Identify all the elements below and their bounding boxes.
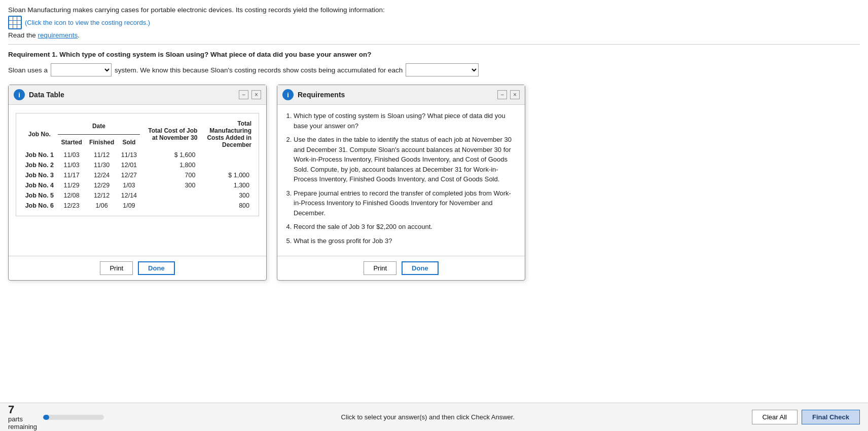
cell-cost-nov: 700: [140, 170, 199, 180]
requirements-list: Which type of costing system is Sloan us…: [284, 111, 518, 246]
cell-cost-dec: 300: [199, 190, 254, 201]
col-sold: Sold: [118, 134, 140, 150]
requirements-minimize-button[interactable]: −: [497, 90, 507, 99]
requirements-dialog: i Requirements − × Which type of costing…: [277, 85, 525, 281]
data-table-header: i Data Table − ×: [9, 85, 266, 105]
cell-finished: 12/24: [86, 170, 118, 180]
cell-job: Job No. 3: [21, 170, 58, 180]
requirements-body: Which type of costing system is Sloan us…: [277, 105, 525, 256]
cell-cost-nov: 300: [140, 180, 199, 190]
requirements-title: Requirements: [298, 91, 493, 99]
data-table-done-button[interactable]: Done: [138, 261, 175, 275]
cell-job: Job No. 1: [21, 150, 58, 160]
grid-icon[interactable]: [8, 16, 22, 29]
system-type-dropdown[interactable]: job order process: [51, 63, 112, 76]
cell-sold: 11/13: [118, 150, 140, 160]
cell-sold: 1/03: [118, 180, 140, 190]
cell-job: Job No. 5: [21, 190, 58, 201]
table-row: Job No. 2 11/03 11/30 12/01 1,800: [21, 160, 254, 170]
instruction-text: Click to select your answer(s) and then …: [341, 413, 515, 421]
col-cost-nov: Total Cost of Jobat November 30: [140, 119, 199, 150]
data-table-body: Job No. Date Total Cost of Jobat Novembe…: [9, 105, 266, 256]
list-item: Prepare journal entries to record the tr…: [294, 188, 518, 218]
table-row: Job No. 4 11/29 12/29 1/03 300 1,300: [21, 180, 254, 190]
requirements-info-icon: i: [282, 89, 294, 100]
requirements-print-button[interactable]: Print: [364, 261, 396, 275]
divider: [8, 44, 860, 45]
cell-job: Job No. 6: [21, 201, 58, 211]
intro-text: Sloan Manufacturing makes carrying cases…: [8, 6, 860, 14]
cell-cost-dec: $ 1,000: [199, 170, 254, 180]
cell-cost-nov: $ 1,600: [140, 150, 199, 160]
read-req-prefix: Read the: [8, 31, 36, 39]
cell-started: 11/17: [58, 170, 86, 180]
data-table-controls: − ×: [239, 90, 261, 99]
data-table-dialog: i Data Table − × Job No. Date Total Cost…: [8, 85, 267, 281]
col-job-no: Job No.: [21, 119, 58, 150]
answer-prefix: Sloan uses a: [8, 66, 48, 74]
cell-cost-dec: 800: [199, 201, 254, 211]
cell-job: Job No. 2: [21, 160, 58, 170]
progress-bar-fill: [43, 415, 49, 420]
cell-sold: 1/09: [118, 201, 140, 211]
main-content: Sloan Manufacturing makes carrying cases…: [0, 0, 868, 405]
list-item: Which type of costing system is Sloan us…: [294, 111, 518, 131]
parts-remaining: 7 partsremaining: [8, 404, 37, 430]
cell-finished: 11/30: [86, 160, 118, 170]
requirements-link[interactable]: requirements: [38, 31, 78, 39]
list-item: Use the dates in the table to identify t…: [294, 135, 518, 184]
cell-job: Job No. 4: [21, 180, 58, 190]
data-table-wrapper: Job No. Date Total Cost of Jobat Novembe…: [16, 113, 259, 216]
requirements-controls: − ×: [497, 90, 520, 99]
requirements-close-button[interactable]: ×: [510, 90, 520, 99]
parts-label: partsremaining: [8, 415, 37, 430]
data-table-minimize-button[interactable]: −: [239, 90, 248, 99]
cell-started: 12/23: [58, 201, 86, 211]
table-row: Job No. 3 11/17 12/24 12/27 700 $ 1,000: [21, 170, 254, 180]
dialogs-row: i Data Table − × Job No. Date Total Cost…: [8, 85, 860, 281]
cell-sold: 12/27: [118, 170, 140, 180]
data-table-footer: Print Done: [9, 256, 266, 280]
cell-cost-nov: [140, 190, 199, 201]
list-item: What is the gross profit for Job 3?: [294, 236, 518, 246]
list-item: Record the sale of Job 3 for $2,200 on a…: [294, 222, 518, 232]
costing-records-link[interactable]: (Click the icon to view the costing reco…: [25, 19, 150, 26]
cell-sold: 12/01: [118, 160, 140, 170]
data-table-title: Data Table: [29, 91, 235, 99]
icon-link-row: (Click the icon to view the costing reco…: [8, 16, 860, 29]
accumulated-for-dropdown[interactable]: each job each department: [406, 63, 479, 76]
cell-cost-dec: [199, 150, 254, 160]
data-table-info-icon: i: [14, 89, 25, 100]
col-date-group: Date: [58, 119, 140, 134]
bottom-center: Click to select your answer(s) and then …: [341, 413, 515, 421]
cell-cost-dec: [199, 160, 254, 170]
progress-bar: [43, 415, 104, 420]
parts-number: 7: [8, 404, 37, 415]
col-finished: Finished: [86, 134, 118, 150]
cell-started: 12/08: [58, 190, 86, 201]
job-table: Job No. Date Total Cost of Jobat Novembe…: [21, 119, 254, 211]
requirements-header: i Requirements − ×: [277, 85, 525, 105]
table-row: Job No. 5 12/08 12/12 12/14 300: [21, 190, 254, 201]
cell-cost-nov: [140, 201, 199, 211]
bottom-right: Clear All Final Check: [752, 410, 860, 424]
table-row: Job No. 6 12/23 1/06 1/09 800: [21, 201, 254, 211]
cell-finished: 1/06: [86, 201, 118, 211]
bottom-left: 7 partsremaining: [8, 404, 104, 430]
data-table-close-button[interactable]: ×: [251, 90, 261, 99]
cell-finished: 11/12: [86, 150, 118, 160]
cell-sold: 12/14: [118, 190, 140, 201]
col-started: Started: [58, 134, 86, 150]
cell-cost-nov: 1,800: [140, 160, 199, 170]
final-check-button[interactable]: Final Check: [802, 410, 860, 424]
data-table-print-button[interactable]: Print: [100, 261, 133, 275]
bottom-bar: 7 partsremaining Click to select your an…: [0, 403, 868, 431]
clear-all-button[interactable]: Clear All: [752, 410, 798, 424]
requirements-done-button[interactable]: Done: [402, 261, 439, 275]
read-requirements-row: Read the requirements.: [8, 31, 860, 39]
table-row: Job No. 1 11/03 11/12 11/13 $ 1,600: [21, 150, 254, 160]
cell-started: 11/03: [58, 160, 86, 170]
cell-finished: 12/29: [86, 180, 118, 190]
answer-row: Sloan uses a job order process system. W…: [8, 63, 860, 76]
requirement-label: Requirement 1. Which type of costing sys…: [8, 51, 860, 58]
